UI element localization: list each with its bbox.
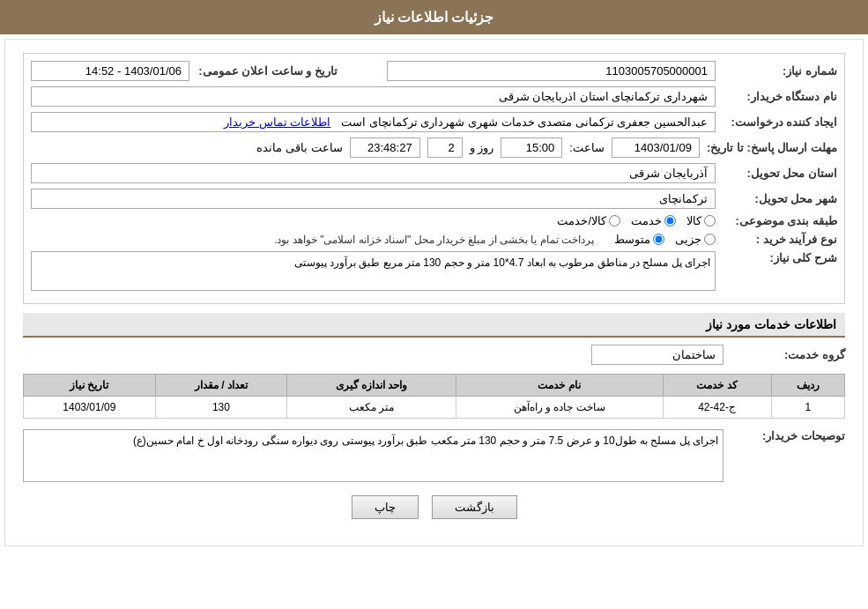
cell-service-name: ساخت جاده و راه‌آهن <box>456 397 663 419</box>
description-label: شرح کلی نیاز: <box>723 251 837 264</box>
radio-kala: کالا <box>686 214 716 227</box>
cell-row-num: 1 <box>771 397 844 419</box>
row-province: استان محل تحویل: آذربایجان شرقی <box>31 163 837 183</box>
radio-jozii-input[interactable] <box>704 234 716 245</box>
row-service-group: گروه خدمت: ساختمان <box>23 345 845 365</box>
cell-service-code: ج-42-42 <box>663 397 771 419</box>
radio-kala-khedmat-label: کالا/خدمت <box>557 214 606 227</box>
radio-mотوسط: متوسط <box>614 233 664 246</box>
radio-khedmat-input[interactable] <box>664 215 676 227</box>
col-header-service-name: نام خدمت <box>456 375 663 397</box>
remaining-time: 23:48:27 <box>350 137 420 158</box>
row-purchase-type: نوع فرآیند خرید : جزیی متوسط پرداخت تمام… <box>31 233 837 246</box>
province-label: استان محل تحویل: <box>723 167 837 180</box>
buyer-org-label: نام دستگاه خریدار: <box>723 90 837 103</box>
time-value: 15:00 <box>501 137 562 158</box>
purchase-note: پرداخت تمام یا بخشی از مبلغ خریدار محل "… <box>274 234 594 246</box>
col-header-unit: واحد اندازه گیری <box>287 375 456 397</box>
info-section: شماره نیاز: 1103005705000001 تاریخ و ساع… <box>23 53 845 304</box>
services-section: اطلاعات خدمات مورد نیاز گروه خدمت: ساختم… <box>23 313 845 419</box>
back-button[interactable]: بازگشت <box>432 495 517 519</box>
radio-jozii: جزیی <box>675 233 716 246</box>
radio-jozii-label: جزیی <box>675 233 701 246</box>
main-content: شماره نیاز: 1103005705000001 تاریخ و ساع… <box>4 39 864 546</box>
cell-unit: متر مکعب <box>287 397 456 419</box>
days-value: 2 <box>427 137 463 158</box>
col-header-date: تاریخ نیاز <box>24 375 156 397</box>
page-header: جزئیات اطلاعات نیاز <box>0 0 868 34</box>
row-category: طبقه بندی موضوعی: کالا خدمت کالا/خدمت <box>31 214 837 227</box>
cell-date: 1403/01/09 <box>24 397 156 419</box>
print-button[interactable]: چاپ <box>352 495 419 519</box>
time-label: ساعت: <box>569 141 605 154</box>
row-city: شهر محل تحویل: ترکمانچای <box>31 189 837 209</box>
radio-kala-label: کالا <box>686 214 701 227</box>
purchase-type-label: نوع فرآیند خرید : <box>723 233 837 246</box>
row-request-announcement: شماره نیاز: 1103005705000001 تاریخ و ساع… <box>31 61 837 81</box>
remaining-label: ساعت باقی مانده <box>256 141 342 154</box>
col-header-quantity: تعداد / مقدار <box>155 375 287 397</box>
row-creator: ایجاد کننده درخواست: عبدالحسین جعفری ترک… <box>31 112 837 132</box>
services-table-section: ردیف کد خدمت نام خدمت واحد اندازه گیری ت… <box>23 374 845 419</box>
row-description: شرح کلی نیاز: <box>31 251 837 291</box>
radio-motavasset-label: متوسط <box>614 233 650 246</box>
cell-quantity: 130 <box>155 397 287 419</box>
service-group-label: گروه خدمت: <box>731 348 845 361</box>
buyer-desc-textarea[interactable] <box>23 429 723 482</box>
service-group-value: ساختمان <box>591 345 723 365</box>
table-row: 1 ج-42-42 ساخت جاده و راه‌آهن متر مکعب 1… <box>24 397 845 419</box>
days-label: روز و <box>470 141 494 154</box>
page-wrapper: جزئیات اطلاعات نیاز شماره نیاز: 11030057… <box>0 0 868 609</box>
button-row: بازگشت چاپ <box>23 495 845 532</box>
description-textarea[interactable] <box>31 251 716 291</box>
category-label: طبقه بندی موضوعی: <box>723 214 837 227</box>
col-header-service-code: کد خدمت <box>663 375 771 397</box>
announcement-label: تاریخ و ساعت اعلان عمومی: <box>197 64 338 78</box>
creator-label: ایجاد کننده درخواست: <box>723 115 837 129</box>
radio-kala-khedmat-input[interactable] <box>609 215 620 227</box>
buyer-desc-label: توصیحات خریدار: <box>731 429 845 442</box>
purchase-radio-group: جزیی متوسط <box>614 233 716 246</box>
request-number-value: 1103005705000001 <box>387 61 716 81</box>
radio-khedmat: خدمت <box>631 214 676 227</box>
services-table: ردیف کد خدمت نام خدمت واحد اندازه گیری ت… <box>23 374 845 419</box>
announcement-value: 1403/01/06 - 14:52 <box>31 61 189 81</box>
page-title: جزئیات اطلاعات نیاز <box>375 10 494 25</box>
radio-kala-input[interactable] <box>704 215 716 227</box>
radio-kala-khedmat: کالا/خدمت <box>557 214 620 227</box>
city-label: شهر محل تحویل: <box>723 192 837 205</box>
buyer-org-value: شهرداری ترکمانچای استان اذربایجان شرقی <box>31 86 716 107</box>
deadline-label: مهلت ارسال پاسخ: تا تاریخ: <box>707 141 837 154</box>
creator-value: عبدالحسین جعفری ترکمانی متصدی خدمات شهری… <box>31 112 716 132</box>
radio-motavasset-input[interactable] <box>653 234 664 245</box>
row-buyer-org: نام دستگاه خریدار: شهرداری ترکمانچای است… <box>31 86 837 107</box>
province-value: آذربایجان شرقی <box>31 163 716 183</box>
city-value: ترکمانچای <box>31 189 716 209</box>
request-number-label: شماره نیاز: <box>723 64 837 78</box>
col-header-row-num: ردیف <box>771 375 844 397</box>
services-title: اطلاعات خدمات مورد نیاز <box>23 313 845 338</box>
row-deadline: مهلت ارسال پاسخ: تا تاریخ: 1403/01/09 سا… <box>31 137 837 158</box>
radio-khedmat-label: خدمت <box>631 214 662 227</box>
row-buyer-desc: توصیحات خریدار: <box>23 429 845 482</box>
deadline-date-value: 1403/01/09 <box>612 137 700 158</box>
category-radio-group: کالا خدمت کالا/خدمت <box>557 214 716 227</box>
creator-link[interactable]: اطلاعات تماس خریدار <box>224 115 330 129</box>
